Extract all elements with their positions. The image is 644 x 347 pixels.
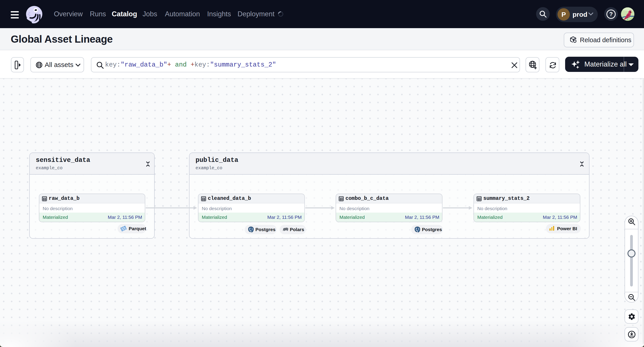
svg-text:?: ?	[609, 11, 613, 17]
